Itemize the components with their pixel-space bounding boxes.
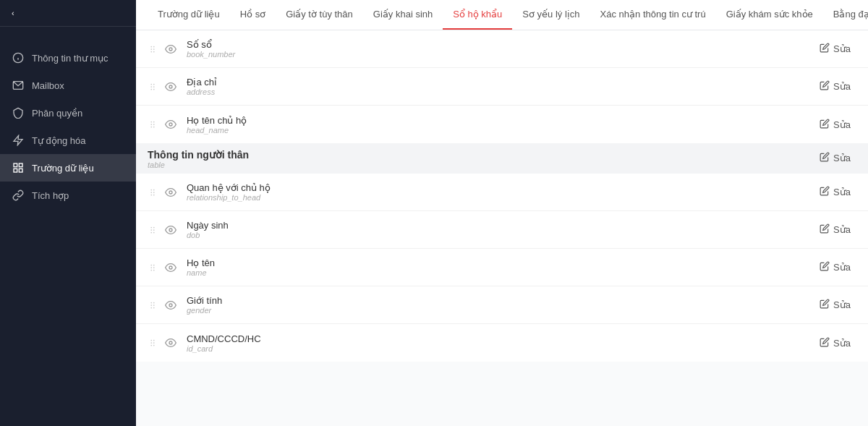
grid-icon xyxy=(12,161,25,174)
tab-bar: Trường dữ liệuHồ sơGiấy tờ tùy thânGiấy … xyxy=(136,0,868,30)
svg-point-37 xyxy=(150,226,152,228)
svg-point-64 xyxy=(169,341,172,344)
sidebar-item-label: Trường dữ liệu xyxy=(32,163,94,174)
svg-rect-6 xyxy=(19,163,22,167)
eye-icon[interactable] xyxy=(165,81,176,93)
edit-label: Sửa xyxy=(833,262,851,273)
edit-label: Sửa xyxy=(833,43,851,54)
sidebar-nav: Thông tin thư mục Mailbox Phân quyền Tự … xyxy=(0,44,136,209)
field-info: Địa chỉ address xyxy=(187,77,814,96)
drag-handle-icon[interactable] xyxy=(148,119,158,129)
mail-icon xyxy=(12,79,25,92)
field-info: Ngày sinh dob xyxy=(187,220,814,239)
svg-point-28 xyxy=(153,127,155,128)
edit-icon xyxy=(820,119,830,131)
field-label: Ngày sinh xyxy=(187,220,814,231)
drag-handle-icon[interactable] xyxy=(148,225,158,235)
tab-so-yeu-ly-lich[interactable]: Sơ yếu lý lịch xyxy=(512,0,590,30)
drag-handle-icon[interactable] xyxy=(148,338,158,348)
field-info: CMND/CCCD/HC id_card xyxy=(187,333,814,353)
eye-icon[interactable] xyxy=(165,262,176,273)
drag-handle-icon[interactable] xyxy=(148,187,158,197)
tab-ho-so[interactable]: Hồ sơ xyxy=(230,0,276,30)
field-label: Họ tên chủ hộ xyxy=(187,115,814,126)
tab-giay-to-tuy-than[interactable]: Giấy tờ tùy thân xyxy=(276,0,363,30)
eye-icon[interactable] xyxy=(165,299,176,311)
tab-truong-du-lieu[interactable]: Trường dữ liệu xyxy=(148,0,230,30)
svg-point-62 xyxy=(150,345,152,346)
edit-icon xyxy=(820,261,830,273)
drag-handle-icon[interactable] xyxy=(148,44,158,54)
field-key: name xyxy=(187,268,814,277)
field-key: head_name xyxy=(187,126,814,135)
edit-button[interactable]: Sửa xyxy=(814,334,856,352)
field-label: CMND/CCCD/HC xyxy=(187,333,814,344)
svg-point-45 xyxy=(153,264,155,265)
eye-icon[interactable] xyxy=(165,119,176,130)
field-key: id_card xyxy=(187,344,814,353)
section-edit-button[interactable]: Sửa xyxy=(814,149,856,167)
tab-xac-nhan-thong-tin-cu-tru[interactable]: Xác nhận thông tin cư trú xyxy=(590,0,716,30)
drag-handle-icon[interactable] xyxy=(148,263,158,273)
sidebar-item-phan-quyen[interactable]: Phân quyền xyxy=(0,99,136,127)
field-info: Quan hệ với chủ hộ relationship_to_head xyxy=(187,182,814,202)
field-key: gender xyxy=(187,306,814,315)
edit-button[interactable]: Sửa xyxy=(814,40,856,58)
svg-point-52 xyxy=(153,302,155,303)
sidebar-item-truong-du-lieu[interactable]: Trường dữ liệu xyxy=(0,154,136,182)
back-button[interactable]: ‹ xyxy=(0,0,136,27)
eye-icon[interactable] xyxy=(165,224,176,236)
edit-label: Sửa xyxy=(833,187,851,197)
svg-point-60 xyxy=(150,342,152,344)
svg-point-58 xyxy=(150,340,152,341)
svg-point-31 xyxy=(153,189,155,190)
edit-button[interactable]: Sửa xyxy=(814,258,856,276)
section-subtitle: table xyxy=(148,161,249,169)
sidebar-item-thong-tin-thu-muc[interactable]: Thông tin thư mục xyxy=(0,44,136,72)
field-key: relationship_to_head xyxy=(187,193,814,202)
content-area: Số sổ book_number Sửa Địa chỉ address Sử… xyxy=(136,30,868,426)
svg-rect-5 xyxy=(14,163,17,167)
svg-point-24 xyxy=(153,122,155,123)
tab-so-ho-khau[interactable]: Sổ hộ khẩu xyxy=(443,0,512,30)
edit-label: Sửa xyxy=(833,338,851,349)
shield-icon xyxy=(12,106,25,119)
table-row: CMND/CCCD/HC id_card Sửa xyxy=(136,324,868,362)
svg-point-51 xyxy=(150,302,152,303)
svg-point-27 xyxy=(150,127,152,128)
section-header: Thông tin người thân table Sửa xyxy=(136,143,868,174)
table-row: Giới tính gender Sửa xyxy=(136,286,868,324)
svg-point-38 xyxy=(153,226,155,228)
drag-handle-icon[interactable] xyxy=(148,300,158,310)
table-row: Số sổ book_number Sửa xyxy=(136,30,868,68)
table-row: Họ tên name Sửa xyxy=(136,249,868,286)
sidebar-item-label: Tích hợp xyxy=(32,190,69,201)
svg-point-44 xyxy=(150,264,152,265)
svg-point-19 xyxy=(153,86,155,88)
field-info: Giới tính gender xyxy=(187,295,814,315)
svg-point-53 xyxy=(150,304,152,306)
tab-giay-kham-suc-khoe[interactable]: Giấy khám sức khỏe xyxy=(716,0,823,30)
drag-handle-icon[interactable] xyxy=(148,82,158,92)
sidebar-item-mailbox[interactable]: Mailbox xyxy=(0,72,136,99)
section-header-block: Thông tin người thân table Sửa xyxy=(136,143,868,174)
sidebar-item-tu-dong-hoa[interactable]: Tự động hóa xyxy=(0,127,136,154)
edit-button[interactable]: Sửa xyxy=(814,116,856,134)
edit-button[interactable]: Sửa xyxy=(814,183,856,201)
svg-point-23 xyxy=(150,122,152,123)
section-edit-icon xyxy=(820,152,830,164)
eye-icon[interactable] xyxy=(165,337,176,349)
tab-bang-dai-hoc[interactable]: Bằng đại học xyxy=(823,0,868,30)
edit-button[interactable]: Sửa xyxy=(814,296,856,314)
eye-icon[interactable] xyxy=(165,187,176,198)
svg-point-21 xyxy=(153,88,155,90)
edit-button[interactable]: Sửa xyxy=(814,77,856,95)
eye-icon[interactable] xyxy=(165,43,176,55)
sidebar-item-label: Thông tin thư mục xyxy=(32,53,109,64)
svg-point-18 xyxy=(150,86,152,88)
edit-icon xyxy=(820,223,830,236)
sidebar-item-tich-hop[interactable]: Tích hợp xyxy=(0,182,136,209)
svg-point-25 xyxy=(150,124,152,125)
tab-giay-khai-sinh[interactable]: Giấy khai sinh xyxy=(363,0,443,30)
edit-button[interactable]: Sửa xyxy=(814,221,856,239)
